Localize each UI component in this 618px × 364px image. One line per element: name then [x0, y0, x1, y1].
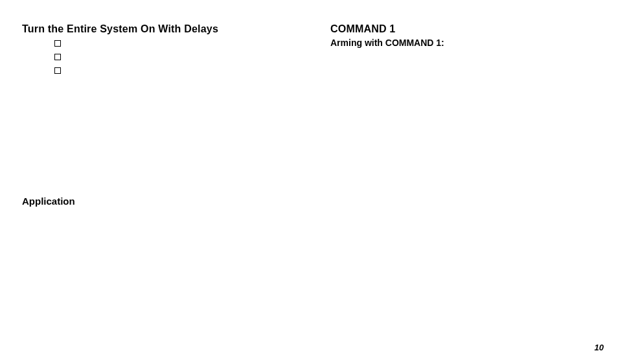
right-column: COMMAND 1 Arming with COMMAND 1:: [330, 23, 589, 48]
checkbox-icon: [54, 40, 61, 47]
application-heading: Application: [22, 196, 75, 207]
page-number: 10: [595, 343, 604, 352]
left-column: Turn the Entire System On With Delays: [22, 23, 301, 81]
checkbox-list: [54, 40, 301, 74]
checkbox-icon: [54, 54, 61, 60]
checkbox-icon: [54, 67, 61, 74]
command-heading: COMMAND 1: [330, 23, 589, 35]
document-page: Turn the Entire System On With Delays CO…: [0, 0, 618, 364]
section-title-left: Turn the Entire System On With Delays: [22, 23, 301, 35]
command-subheading: Arming with COMMAND 1:: [330, 38, 589, 48]
